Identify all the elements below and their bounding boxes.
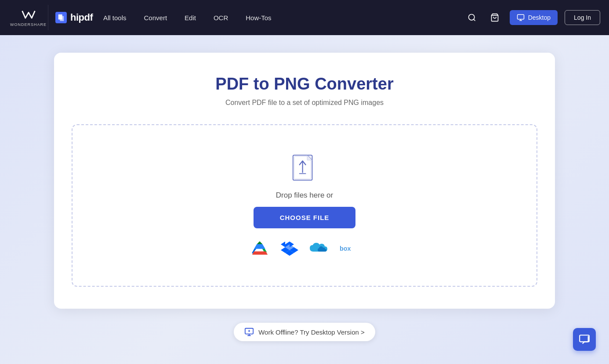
nav-edit[interactable]: Edit: [185, 14, 196, 22]
box-icon[interactable]: box: [340, 239, 359, 258]
nav-actions: Desktop Log In: [464, 10, 600, 25]
choose-file-button[interactable]: CHOOSE FILE: [254, 207, 356, 228]
nav-how-tos[interactable]: How-Tos: [246, 14, 271, 22]
drop-text: Drop files here or: [276, 191, 333, 200]
desktop-button[interactable]: Desktop: [510, 10, 558, 25]
bottom-banner: Work Offline? Try Desktop Version >: [54, 323, 555, 341]
svg-rect-1: [60, 16, 64, 21]
cloud-icons: box: [250, 239, 359, 258]
upload-icon: [289, 153, 320, 184]
nav-convert[interactable]: Convert: [144, 14, 167, 22]
svg-point-2: [468, 14, 474, 20]
nav-links: All tools Convert Edit OCR How-Tos: [103, 14, 464, 22]
drop-zone[interactable]: Drop files here or CHOOSE FILE: [72, 124, 537, 287]
offline-desktop-button[interactable]: Work Offline? Try Desktop Version >: [234, 323, 375, 341]
page-subtitle: Convert PDF file to a set of optimized P…: [72, 99, 537, 107]
hero-section: PDF to PNG Converter Convert PDF file to…: [0, 35, 609, 364]
hipdf-text: hipdf: [70, 12, 93, 23]
hipdf-icon: [55, 12, 67, 23]
cart-button[interactable]: [487, 10, 503, 25]
navbar: wondershare hipdf All tools Convert Edit…: [0, 0, 609, 35]
nav-ocr[interactable]: OCR: [214, 14, 228, 22]
offline-text: Work Offline? Try Desktop Version >: [258, 328, 365, 336]
nav-all-tools[interactable]: All tools: [103, 14, 127, 22]
page-title: PDF to PNG Converter: [72, 75, 537, 94]
login-button[interactable]: Log In: [565, 10, 600, 25]
hipdf-logo[interactable]: hipdf: [48, 12, 100, 23]
chat-button[interactable]: [573, 328, 596, 351]
svg-rect-4: [517, 14, 524, 19]
svg-text:box: box: [340, 245, 351, 252]
logo-area: wondershare hipdf: [9, 5, 90, 30]
dropbox-icon[interactable]: [280, 239, 299, 258]
search-button[interactable]: [464, 10, 480, 25]
wondershare-logo: wondershare: [9, 5, 48, 30]
converter-card: PDF to PNG Converter Convert PDF file to…: [54, 53, 555, 309]
wondershare-text: wondershare: [10, 22, 47, 27]
onedrive-icon[interactable]: [310, 239, 329, 258]
main-container: PDF to PNG Converter Convert PDF file to…: [45, 35, 564, 364]
google-drive-icon[interactable]: [250, 239, 269, 258]
desktop-btn-label: Desktop: [528, 14, 551, 21]
